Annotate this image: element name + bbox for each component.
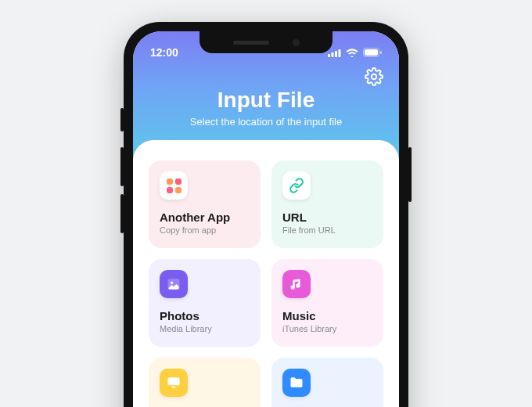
wifi-icon	[346, 49, 358, 57]
page-subtitle: Select the location of the input file	[133, 116, 399, 128]
card-title: URL	[282, 211, 372, 224]
monitor-icon	[160, 369, 188, 397]
options-grid: Another App Copy from app URL File from …	[149, 160, 383, 407]
phone-side-button	[120, 147, 124, 186]
svg-point-9	[171, 282, 173, 284]
options-sheet: Another App Copy from app URL File from …	[133, 140, 399, 407]
phone-side-button	[408, 147, 412, 202]
card-subtitle: Media Library	[160, 324, 250, 333]
card-title: Another App	[160, 211, 250, 224]
option-computer[interactable]: Computer Mac or PC	[149, 358, 261, 407]
option-files[interactable]: Files Your Files App	[271, 358, 383, 407]
card-subtitle: File from URL	[282, 225, 372, 235]
card-title: Photos	[160, 309, 250, 322]
folder-icon	[282, 369, 311, 397]
svg-rect-5	[365, 49, 378, 56]
option-another-app[interactable]: Another App Copy from app	[149, 160, 261, 248]
phone-notch	[200, 31, 332, 53]
phone-frame: 12:00 Input File Select the location of …	[124, 22, 408, 407]
page-title: Input File	[133, 88, 399, 113]
svg-rect-2	[335, 51, 337, 57]
svg-rect-10	[168, 377, 180, 385]
svg-rect-3	[339, 49, 341, 57]
option-photos[interactable]: Photos Media Library	[149, 259, 261, 347]
phone-screen: 12:00 Input File Select the location of …	[133, 31, 399, 407]
gear-icon	[365, 67, 383, 86]
signal-icon	[328, 49, 341, 57]
status-time: 12:00	[150, 46, 178, 59]
svg-rect-11	[172, 387, 176, 388]
card-subtitle: Copy from app	[160, 225, 250, 235]
card-subtitle: iTunes Library	[282, 324, 372, 333]
photo-icon	[160, 270, 188, 298]
option-url[interactable]: URL File from URL	[271, 160, 383, 248]
svg-point-7	[372, 74, 376, 79]
apps-grid-icon	[160, 171, 188, 200]
link-icon	[282, 171, 311, 200]
battery-icon	[363, 48, 382, 57]
svg-rect-0	[328, 54, 330, 57]
phone-side-button	[120, 194, 124, 233]
option-music[interactable]: Music iTunes Library	[271, 259, 383, 347]
svg-rect-1	[332, 52, 334, 57]
svg-rect-6	[380, 51, 382, 54]
card-title: Music	[282, 309, 372, 322]
music-note-icon	[282, 270, 311, 298]
phone-side-button	[120, 108, 124, 131]
status-icons	[328, 48, 382, 57]
settings-button[interactable]	[365, 67, 383, 86]
